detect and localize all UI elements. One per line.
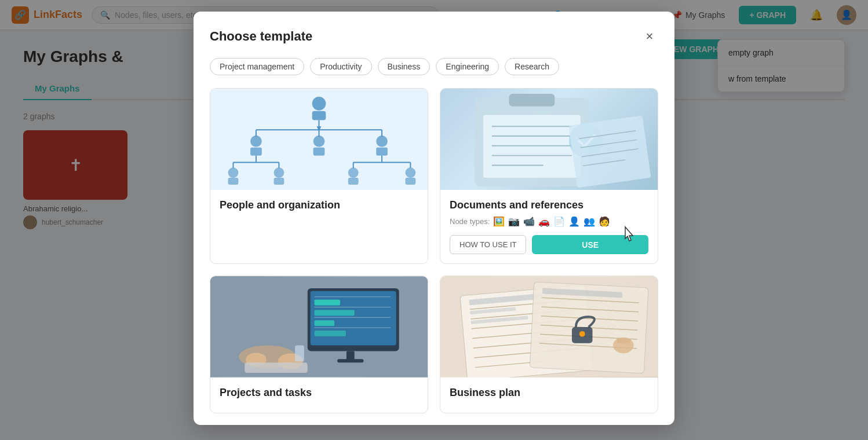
business-svg (440, 276, 658, 377)
modal-close-button[interactable]: × (641, 28, 658, 45)
svg-point-17 (228, 167, 239, 178)
template-name-docs: Documents and references (450, 199, 648, 211)
svg-rect-47 (315, 300, 340, 306)
docs-svg (440, 89, 658, 190)
svg-rect-87 (617, 339, 631, 343)
modal-header: Choose template × (210, 28, 658, 45)
svg-point-7 (250, 135, 262, 147)
template-card-people-org: People and organization (210, 88, 428, 264)
template-image-business (440, 276, 658, 377)
svg-rect-39 (568, 115, 651, 188)
choose-template-modal: Choose template × Project management Pro… (194, 12, 674, 425)
filter-tag-productivity[interactable]: Productivity (310, 58, 371, 75)
template-image-docs (440, 89, 658, 190)
svg-point-27 (406, 167, 416, 178)
svg-rect-55 (347, 351, 355, 360)
template-name-org: People and organization (220, 199, 418, 211)
svg-rect-60 (245, 362, 308, 373)
node-icon-person: 👤 (568, 216, 580, 227)
node-icon-car: 🚗 (538, 216, 550, 227)
node-icon-video: 📹 (523, 216, 535, 227)
filter-tag-engineering[interactable]: Engineering (436, 58, 499, 75)
svg-rect-12 (376, 147, 388, 155)
svg-rect-31 (509, 94, 555, 107)
svg-rect-61 (295, 346, 304, 362)
org-chart-svg (210, 90, 428, 189)
svg-rect-28 (406, 178, 416, 185)
node-types-docs: Node types: 🖼️ 📷 📹 🚗 📄 👤 👥 🧑 (450, 216, 648, 227)
template-body-projects: Projects and tasks (210, 377, 428, 413)
filter-tag-project-management[interactable]: Project management (210, 58, 304, 75)
svg-point-11 (376, 135, 388, 147)
template-card-business: Business plan (440, 276, 658, 413)
svg-rect-1 (312, 111, 326, 120)
template-grid: People and organization (210, 88, 658, 413)
svg-point-0 (312, 96, 326, 110)
svg-rect-20 (274, 178, 285, 185)
svg-point-25 (348, 167, 359, 178)
node-icon-file: 📄 (553, 216, 565, 227)
node-icon-group: 👥 (583, 216, 595, 227)
template-actions-docs: HOW TO USE IT USE (450, 235, 648, 254)
svg-rect-8 (250, 147, 262, 155)
template-image-org (210, 89, 428, 190)
filter-tag-business[interactable]: Business (378, 58, 431, 75)
template-body-docs: Documents and references Node types: 🖼️ … (440, 190, 658, 263)
node-icon-user2: 🧑 (599, 216, 610, 227)
filter-tag-research[interactable]: Research (505, 58, 559, 75)
template-name-projects: Projects and tasks (220, 387, 418, 399)
modal-title: Choose template (210, 29, 312, 44)
how-to-use-button[interactable]: HOW TO USE IT (450, 235, 526, 254)
svg-rect-18 (228, 178, 239, 185)
svg-rect-49 (315, 320, 335, 326)
node-icon-photo: 📷 (508, 216, 520, 227)
svg-rect-46 (311, 291, 396, 346)
template-name-business: Business plan (450, 387, 648, 399)
template-card-docs: Documents and references Node types: 🖼️ … (440, 88, 658, 264)
filter-tags: Project management Productivity Business… (210, 58, 658, 75)
template-card-projects: Projects and tasks (210, 276, 428, 413)
svg-rect-56 (337, 359, 363, 362)
svg-point-85 (579, 331, 585, 337)
svg-rect-50 (315, 331, 346, 336)
template-body-org: People and organization (210, 190, 428, 225)
projects-svg (210, 276, 428, 377)
svg-rect-26 (348, 178, 359, 185)
use-button[interactable]: USE (532, 235, 648, 254)
svg-point-19 (274, 167, 285, 178)
svg-rect-48 (315, 310, 355, 316)
template-body-business: Business plan (440, 377, 658, 413)
template-image-projects (210, 276, 428, 377)
svg-rect-10 (313, 147, 325, 155)
svg-point-9 (313, 135, 325, 147)
node-icon-image: 🖼️ (493, 216, 505, 227)
